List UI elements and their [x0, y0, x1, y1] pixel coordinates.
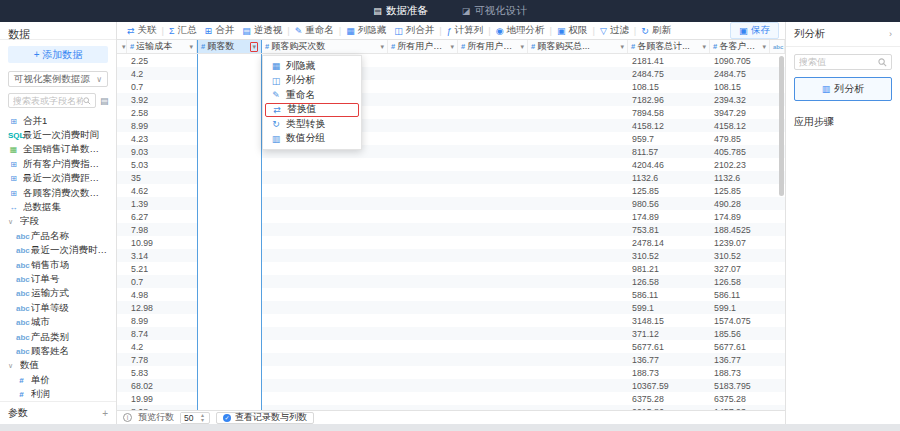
table-cell[interactable]: 7.78 [127, 353, 197, 366]
toolbar-button-关联[interactable]: ⇄关联 [123, 24, 161, 37]
tab-visual-design[interactable]: ◪ 可视化设计 [462, 4, 527, 18]
table-cell[interactable]: 136.77 [628, 353, 710, 366]
table-cell[interactable] [388, 184, 458, 197]
table-cell[interactable] [197, 171, 262, 184]
table-cell[interactable] [528, 236, 628, 249]
table-cell[interactable] [117, 132, 127, 145]
value-search-input[interactable] [799, 57, 874, 67]
table-cell[interactable]: 6375.28 [628, 392, 710, 405]
table-cell[interactable] [528, 392, 628, 405]
table-cell[interactable]: 0.7 [127, 275, 197, 288]
table-cell[interactable]: 6.27 [127, 210, 197, 223]
table-cell[interactable] [262, 327, 388, 340]
table-cell[interactable] [117, 184, 127, 197]
tree-item[interactable]: ⊞合并1 [0, 114, 116, 128]
table-cell[interactable] [262, 210, 388, 223]
table-cell[interactable] [197, 158, 262, 171]
table-cell[interactable]: 126.58 [710, 275, 770, 288]
table-cell[interactable]: 3148.15 [628, 314, 710, 327]
menu-item-类型转换[interactable]: ↻类型转换 [263, 117, 361, 132]
vertical-scrollbar[interactable] [779, 56, 784, 196]
table-cell[interactable] [117, 275, 127, 288]
toolbar-button-地理分析[interactable]: ◉地理分析 [492, 24, 549, 37]
table-cell[interactable] [197, 93, 262, 106]
table-cell[interactable] [458, 132, 528, 145]
table-cell[interactable] [262, 262, 388, 275]
table-cell[interactable] [458, 405, 528, 410]
table-cell[interactable] [117, 80, 127, 93]
table-cell[interactable]: 6375.28 [710, 392, 770, 405]
toolbar-button-汇总[interactable]: Σ汇总 [165, 24, 201, 37]
table-cell[interactable] [117, 197, 127, 210]
table-cell[interactable]: 1132.6 [710, 171, 770, 184]
table-cell[interactable]: 7.98 [127, 223, 197, 236]
table-cell[interactable] [770, 353, 785, 366]
table-cell[interactable] [458, 223, 528, 236]
table-cell[interactable] [388, 171, 458, 184]
table-cell[interactable]: 1.39 [127, 197, 197, 210]
table-cell[interactable]: 4.23 [127, 132, 197, 145]
table-cell[interactable] [458, 158, 528, 171]
table-cell[interactable]: 479.85 [710, 132, 770, 145]
table-cell[interactable] [262, 392, 388, 405]
table-cell[interactable] [117, 106, 127, 119]
table-cell[interactable]: 1090.705 [710, 54, 770, 67]
table-cell[interactable]: 126.58 [628, 275, 710, 288]
table-cell[interactable] [117, 392, 127, 405]
toolbar-button-权限[interactable]: ▣权限 [553, 24, 592, 37]
tree-item[interactable]: ↔总数据集 [0, 200, 116, 214]
table-cell[interactable] [262, 301, 388, 314]
table-cell[interactable] [388, 210, 458, 223]
table-cell[interactable] [458, 366, 528, 379]
toolbar-button-列隐藏[interactable]: ▦列隐藏 [342, 24, 390, 37]
save-button[interactable]: ▣ 保存 [730, 22, 779, 39]
table-cell[interactable] [197, 210, 262, 223]
tree-field-item[interactable]: abc销售市场 [0, 258, 116, 272]
tree-field-item[interactable]: abc城市 [0, 315, 116, 329]
table-cell[interactable] [388, 197, 458, 210]
table-cell[interactable] [770, 340, 785, 353]
tree-item[interactable]: ⊞所有客户消费指标的平均值 [0, 157, 116, 171]
table-cell[interactable]: 4.2 [127, 340, 197, 353]
table-cell[interactable] [458, 106, 528, 119]
table-cell[interactable] [528, 301, 628, 314]
menu-item-列隐藏[interactable]: ▦列隐藏 [263, 59, 361, 74]
table-cell[interactable] [117, 314, 127, 327]
table-cell[interactable] [388, 132, 458, 145]
table-cell[interactable] [197, 366, 262, 379]
table-cell[interactable] [528, 80, 628, 93]
menu-item-列分析[interactable]: ◫列分析 [263, 74, 361, 89]
table-cell[interactable] [197, 262, 262, 275]
table-cell[interactable]: 310.52 [628, 249, 710, 262]
table-cell[interactable]: 5.03 [127, 158, 197, 171]
table-cell[interactable] [117, 340, 127, 353]
table-cell[interactable] [770, 262, 785, 275]
table-cell[interactable]: 2394.32 [710, 93, 770, 106]
tree-field-item[interactable]: abc运输方式 [0, 287, 116, 301]
table-cell[interactable] [528, 132, 628, 145]
table-cell[interactable]: 586.11 [710, 288, 770, 301]
table-cell[interactable]: 4.62 [127, 184, 197, 197]
table-cell[interactable] [458, 197, 528, 210]
toolbar-button-计算列[interactable]: ƒ计算列 [443, 24, 488, 37]
table-cell[interactable] [458, 353, 528, 366]
column-header-per_cust_total[interactable]: #各顾客总计...▾ [628, 40, 710, 53]
tree-group-数值[interactable]: ∨数值 [0, 359, 116, 373]
table-cell[interactable] [197, 301, 262, 314]
table-cell[interactable]: 3.92 [127, 93, 197, 106]
table-cell[interactable] [388, 405, 458, 410]
column-dropdown-arrow-icon[interactable]: ▾ [189, 43, 193, 51]
table-cell[interactable] [458, 171, 528, 184]
table-cell[interactable] [458, 327, 528, 340]
table-cell[interactable] [528, 210, 628, 223]
table-cell[interactable] [528, 184, 628, 197]
add-data-button[interactable]: + 添加数据 [8, 46, 108, 63]
table-cell[interactable] [458, 340, 528, 353]
table-cell[interactable]: 2484.75 [628, 67, 710, 80]
table-cell[interactable] [197, 106, 262, 119]
table-cell[interactable] [388, 249, 458, 262]
sidebar-search[interactable] [8, 93, 96, 108]
table-cell[interactable]: 35 [127, 171, 197, 184]
sidebar-search-input[interactable] [13, 96, 83, 106]
table-cell[interactable]: 371.12 [628, 327, 710, 340]
